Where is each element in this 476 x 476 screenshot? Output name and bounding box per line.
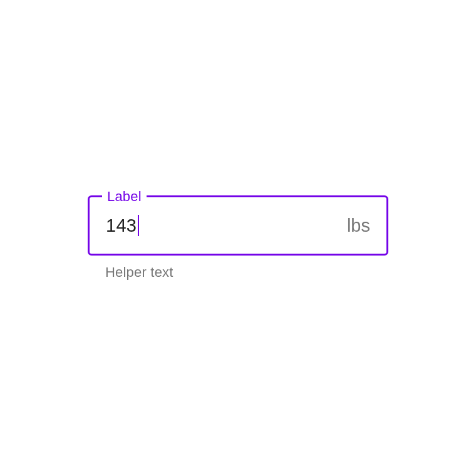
input-value: 143: [106, 215, 137, 236]
field-label: Label: [102, 189, 147, 205]
helper-text: Helper text: [105, 264, 388, 281]
suffix-text: lbs: [347, 215, 370, 236]
text-input[interactable]: 143: [106, 215, 347, 236]
text-field-outlined[interactable]: Label 143 lbs: [88, 195, 388, 256]
text-caret: [138, 215, 139, 236]
text-field-wrapper: Label 143 lbs Helper text: [88, 195, 388, 281]
